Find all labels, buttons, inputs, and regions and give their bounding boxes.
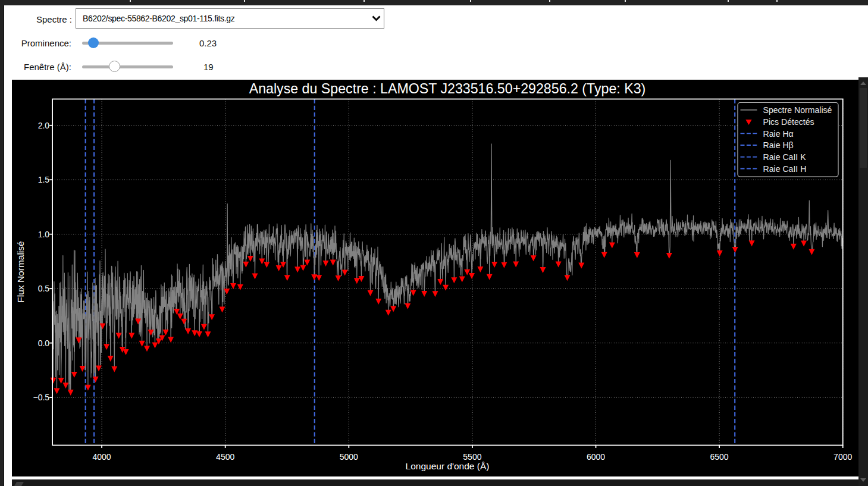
svg-text:0.0: 0.0 bbox=[38, 338, 50, 348]
svg-text:5000: 5000 bbox=[340, 452, 358, 462]
svg-text:Flux Normalisé: Flux Normalisé bbox=[15, 241, 26, 302]
svg-text:4000: 4000 bbox=[93, 452, 111, 462]
svg-text:6000: 6000 bbox=[587, 452, 605, 462]
svg-text:Analyse du Spectre : LAMOST J2: Analyse du Spectre : LAMOST J233516.50+2… bbox=[249, 81, 646, 96]
svg-text:2.0: 2.0 bbox=[38, 121, 50, 130]
svg-text:Spectre Normalisé: Spectre Normalisé bbox=[763, 105, 832, 115]
svg-text:Raie CaII K: Raie CaII K bbox=[763, 152, 807, 162]
svg-text:5500: 5500 bbox=[463, 452, 481, 462]
svg-text:Raie Hβ: Raie Hβ bbox=[763, 140, 794, 150]
svg-text:−0.5: −0.5 bbox=[33, 393, 49, 402]
svg-text:1.5: 1.5 bbox=[38, 175, 50, 184]
svg-text:Pics Détectés: Pics Détectés bbox=[763, 117, 814, 127]
svg-text:6500: 6500 bbox=[710, 452, 729, 462]
svg-text:7000: 7000 bbox=[833, 452, 852, 462]
svg-text:Raie CaII H: Raie CaII H bbox=[763, 164, 807, 174]
svg-text:4500: 4500 bbox=[216, 452, 234, 462]
svg-text:Raie Hα: Raie Hα bbox=[763, 129, 794, 139]
svg-text:0.5: 0.5 bbox=[38, 284, 50, 293]
svg-text:Longueur d'onde (Å): Longueur d'onde (Å) bbox=[406, 461, 490, 471]
svg-text:1.0: 1.0 bbox=[38, 230, 50, 239]
